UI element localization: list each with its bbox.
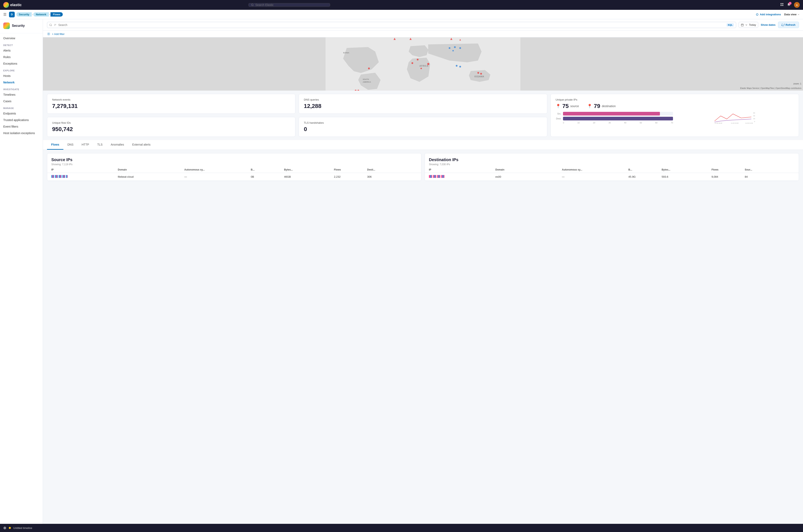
search-input[interactable]: [58, 23, 725, 26]
svg-point-25: [456, 65, 458, 66]
map-footer: Elastic Maps Service | OpenMapTiles | Op…: [740, 87, 801, 89]
grid-icon[interactable]: [780, 3, 784, 7]
refresh-label: Refresh: [786, 23, 796, 26]
stat-label-flow-ids: Unique flow IDs: [52, 121, 290, 124]
sidebar-item-overview[interactable]: Overview: [0, 35, 43, 41]
breadcrumb-security[interactable]: Security: [16, 12, 32, 17]
sidebar-item-trusted-apps-label: Trusted applications: [3, 118, 29, 122]
sidebar-item-rules-label: Rules: [3, 55, 11, 59]
notification-badge: 1: [789, 2, 791, 5]
tab-external-alerts[interactable]: External alerts: [128, 140, 155, 150]
elastic-logo-text: elastic: [10, 3, 22, 7]
kql-badge[interactable]: KQL: [727, 23, 734, 26]
global-search[interactable]: [248, 3, 330, 7]
global-search-input[interactable]: [255, 3, 327, 6]
search-input-wrap[interactable]: KQL: [47, 22, 736, 28]
notification-bell-icon[interactable]: 1: [787, 3, 791, 7]
sidebar-item-network[interactable]: Network: [0, 79, 43, 86]
svg-point-0: [251, 4, 253, 6]
svg-rect-3: [781, 5, 782, 6]
svg-text:OCEANIA: OCEANIA: [474, 75, 484, 78]
hamburger-menu[interactable]: ☰: [3, 12, 6, 17]
sidebar-item-rules[interactable]: Rules: [0, 54, 43, 60]
dest-ips-cols: IP Domain Autonomous sy... B... Bytes...…: [425, 167, 799, 173]
search-icon: [251, 3, 254, 6]
tab-http[interactable]: HTTP: [77, 140, 93, 150]
ip-bar-chart: Src. Dest. 0 10 20: [556, 112, 673, 124]
tab-dns[interactable]: DNS: [63, 140, 78, 150]
svg-text:SOUTH: SOUTH: [363, 78, 369, 80]
workspace-badge[interactable]: D: [9, 12, 15, 17]
col-ip-dest: IP: [429, 168, 495, 171]
dest-b-0: 45.9G: [628, 175, 662, 178]
src-bar-outer: [563, 112, 673, 115]
add-filter-button[interactable]: + Add filter: [52, 33, 64, 36]
sidebar-item-exceptions[interactable]: Exceptions: [0, 60, 43, 67]
data-view-button[interactable]: Data view: [784, 13, 800, 16]
ip-pixelated-src-0: [51, 175, 68, 178]
svg-text:AFRICA: AFRICA: [420, 65, 428, 67]
top-nav-right: 1 n: [780, 2, 800, 8]
svg-point-27: [477, 72, 479, 74]
filter-bar: + Add filter: [43, 31, 803, 37]
refresh-button[interactable]: Refresh: [778, 22, 799, 28]
chevron-down-icon: [797, 13, 800, 16]
svg-rect-6: [741, 24, 743, 26]
date-picker[interactable]: Today: [739, 22, 759, 28]
sidebar-item-exceptions-label: Exceptions: [3, 62, 17, 65]
add-integrations-button[interactable]: Add integrations: [756, 13, 781, 16]
sidebar-item-network-label: Network: [3, 81, 15, 84]
src-domain-0: filebeat-cloud: [118, 175, 184, 178]
tab-tls[interactable]: TLS: [93, 140, 107, 150]
source-ip-label: source: [570, 104, 579, 108]
sidebar-item-host-isolation[interactable]: Host isolation exceptions: [0, 130, 43, 136]
sidebar-item-endpoints[interactable]: Endpoints: [0, 110, 43, 117]
dest-bar-row: Dest.: [556, 117, 673, 120]
src-dest-0: 306: [367, 175, 417, 178]
svg-rect-2: [782, 3, 783, 4]
ip-charts: Src. Dest. 0 10 20: [556, 112, 794, 124]
search-type-icon: [54, 23, 57, 26]
sidebar-item-cases[interactable]: Cases: [0, 98, 43, 104]
elastic-logo[interactable]: elastic: [3, 2, 22, 8]
sidebar-item-alerts-label: Alerts: [3, 49, 11, 52]
show-dates-button[interactable]: Show dates: [761, 23, 776, 26]
sidebar-item-endpoints-label: Endpoints: [3, 112, 16, 115]
source-pin-icon: 📍: [556, 104, 561, 109]
dest-pin-icon: 📍: [587, 104, 592, 109]
src-bar-row: Src.: [556, 112, 673, 115]
dest-ips-card: Destination IPs Showing: 7,030 IPs IP Do…: [425, 153, 799, 181]
stat-value-flow-ids: 950,742: [52, 126, 290, 132]
breadcrumb-right: Add integrations Data view: [756, 13, 800, 16]
tab-flows[interactable]: Flows: [47, 140, 63, 150]
breadcrumb-arrow-1: ›: [32, 13, 33, 16]
sidebar-item-event-filters-label: Event filters: [3, 125, 18, 128]
breadcrumb-flows[interactable]: Flows: [51, 12, 63, 17]
col-b-dest: B...: [628, 168, 662, 171]
dest-ips-row-0: es00 — 45.9G 593.6 9,084 84: [425, 173, 799, 181]
breadcrumb-arrow-2: ›: [49, 13, 50, 16]
timeline-add-button[interactable]: ⊕: [3, 526, 6, 530]
source-ips-row-0: filebeat-cloud — 0B 46GB 2,232 306: [47, 173, 421, 181]
svg-point-18: [368, 68, 370, 69]
sidebar-item-timelines-label: Timelines: [3, 93, 15, 96]
date-label: Today: [749, 23, 756, 26]
svg-text:11-03 15:00: 11-03 15:00: [731, 122, 739, 124]
user-avatar[interactable]: n: [794, 2, 800, 8]
stat-label-tls: TLS handshakes: [304, 121, 542, 124]
sidebar-item-trusted-apps[interactable]: Trusted applications: [0, 117, 43, 123]
tab-anomalies[interactable]: Anomalies: [107, 140, 128, 150]
sidebar-item-timelines[interactable]: Timelines: [0, 91, 43, 98]
breadcrumb-network[interactable]: Network: [33, 12, 49, 17]
dest-ips-header: Destination IPs Showing: 7,030 IPs: [425, 153, 799, 167]
timeline-label[interactable]: Untitled timeline: [13, 527, 32, 530]
sidebar-item-alerts[interactable]: Alerts: [0, 47, 43, 54]
stat-card-flow-ids: Unique flow IDs 950,742: [47, 117, 295, 137]
search-input-icon: [49, 23, 52, 26]
filter-options-icon[interactable]: [47, 32, 50, 36]
sidebar-item-hosts[interactable]: Hosts: [0, 73, 43, 79]
sidebar-section-investigate: Investigate: [0, 86, 43, 91]
svg-rect-1: [781, 3, 782, 4]
sidebar-item-event-filters[interactable]: Event filters: [0, 123, 43, 130]
svg-point-26: [459, 66, 461, 68]
